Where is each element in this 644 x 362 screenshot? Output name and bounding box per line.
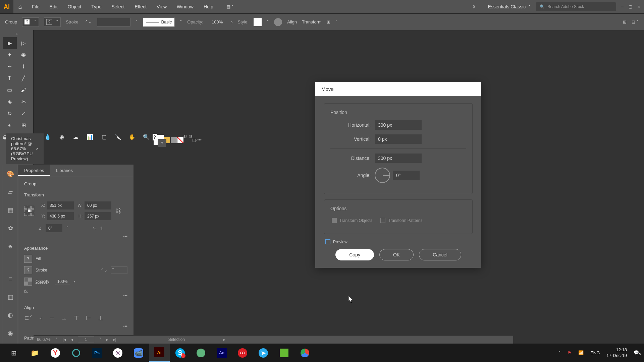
free-transform-tool[interactable]: ⊞ [17, 119, 31, 131]
photoshop-icon[interactable]: Ps [87, 344, 107, 362]
tray-chevron-icon[interactable]: ˄ [558, 350, 561, 355]
app-icon[interactable] [274, 344, 294, 362]
skype-icon[interactable]: S1 [170, 344, 191, 362]
menu-type[interactable]: Type [86, 0, 106, 13]
zoom-icon[interactable]: 📹 [128, 344, 149, 362]
fill-swatch[interactable]: ? [24, 255, 32, 263]
draw-mode-buttons[interactable] [164, 137, 183, 143]
angle-widget[interactable] [375, 168, 390, 183]
more-options-icon[interactable]: ••• [24, 234, 127, 239]
stroke-weight-stepper[interactable]: ⌃⌄ [85, 19, 92, 24]
maximize-icon[interactable]: ▢ [629, 4, 632, 9]
vertical-input[interactable] [375, 134, 422, 144]
link-wh-icon[interactable]: ⛓ [115, 207, 121, 215]
distance-input[interactable] [375, 154, 422, 163]
stroke-swatch[interactable]: ?˅ [44, 17, 61, 27]
preview-checkbox[interactable]: Preview [325, 239, 473, 244]
stroke-weight-stepper[interactable]: ⌃⌄ [101, 268, 107, 273]
align-hcenter-icon[interactable]: ⫟ [48, 314, 56, 322]
clock[interactable]: 12:18 17-Dec-19 [606, 347, 627, 359]
graph-tool[interactable]: 📊 [83, 131, 97, 143]
swatches-icon[interactable]: ▦ [6, 206, 15, 215]
menu-select[interactable]: Select [107, 0, 130, 13]
menu-edit[interactable]: Edit [45, 0, 63, 13]
ok-button[interactable]: OK [379, 249, 414, 260]
creative-cloud-icon[interactable]: ∞ [232, 344, 253, 362]
opacity-swatch[interactable] [24, 278, 32, 286]
artboard-tool[interactable]: ▢ [97, 131, 111, 143]
next-artboard-icon[interactable]: ▸ [106, 337, 108, 342]
menu-effect[interactable]: Effect [129, 0, 152, 13]
more-options-icon[interactable]: ••• [24, 294, 127, 298]
blend-tool[interactable]: ◉ [55, 131, 69, 143]
rotate-input[interactable] [46, 224, 62, 232]
align-bottom-icon[interactable]: ⊥ [97, 314, 105, 322]
opacity-label[interactable]: Opacity [36, 279, 49, 284]
zoom-level[interactable]: 66.67% [37, 337, 51, 342]
document-tab[interactable]: Christmas pattern* @ 66.67% (RGB/GPU Pre… [6, 133, 44, 164]
symbol-sprayer-tool[interactable]: ☁ [69, 131, 83, 143]
rectangle-tool[interactable]: ▭ [3, 84, 17, 96]
fill-stroke-swatch[interactable]: ? ? [153, 134, 164, 143]
chevron-down-icon[interactable]: ˅ [267, 19, 269, 24]
pen-tool[interactable]: ✒ [3, 61, 17, 72]
file-explorer-icon[interactable]: 📁 [24, 344, 45, 362]
after-effects-icon[interactable]: Ae [211, 344, 232, 362]
menu-window[interactable]: Window [172, 0, 199, 13]
color-guide-icon[interactable]: ▱ [6, 188, 15, 196]
atom-icon[interactable] [191, 344, 211, 362]
stroke-swatch[interactable]: ? [24, 266, 32, 274]
shaper-tool[interactable]: ◈ [3, 96, 17, 108]
align-right-icon[interactable]: ⫠ [60, 314, 68, 322]
type-tool[interactable]: T [3, 72, 17, 84]
isolate-icon[interactable]: ⊞ [327, 19, 330, 24]
cancel-button[interactable]: Cancel [419, 249, 461, 260]
rotate-tool[interactable]: ↻ [3, 108, 17, 119]
align-label[interactable]: Align [287, 19, 297, 24]
brushes-icon[interactable]: ✿ [6, 224, 15, 233]
screen-mode-buttons[interactable]: ◐◑ [183, 134, 192, 143]
stroke-weight-dropdown[interactable]: ˅ [111, 266, 127, 274]
last-artboard-icon[interactable]: ▸| [113, 337, 116, 342]
line-tool[interactable]: ╱ [17, 72, 31, 84]
align-to-icon[interactable]: ⊏˅ [24, 314, 32, 322]
search-help-icon[interactable]: ♀ [472, 3, 476, 10]
collapse-icon[interactable]: « [3, 32, 31, 36]
menu-object[interactable]: Object [63, 0, 86, 13]
align-vcenter-icon[interactable]: ⊢ [85, 314, 93, 322]
chevron-down-icon[interactable]: ˅ [180, 19, 182, 24]
illustrator-taskbar-icon[interactable]: Ai [149, 344, 170, 362]
arrange-docs-icon[interactable]: ▦ ˅ [227, 4, 233, 9]
more-options-icon[interactable]: ••• [24, 324, 127, 329]
lang-indicator[interactable]: ENG [590, 350, 600, 355]
hand-tool[interactable]: ✋ [125, 131, 139, 143]
prev-artboard-icon[interactable]: ◂ [71, 337, 73, 342]
magic-wand-tool[interactable]: ✦ [3, 49, 17, 61]
chevron-down-icon[interactable]: ˅ [136, 19, 138, 24]
chevron-right-icon[interactable]: › [73, 279, 75, 284]
chevron-right-icon[interactable]: › [231, 19, 232, 24]
search-stock-input[interactable]: 🔍 Search Adobe Stock [536, 2, 616, 11]
align-pixel-icon[interactable]: ⊞ [623, 19, 627, 24]
change-screen-mode[interactable]: ▢▫ [192, 138, 197, 143]
brush-definition[interactable]: Basic [143, 17, 175, 27]
first-artboard-icon[interactable]: |◂ [63, 337, 66, 342]
chevron-down-icon[interactable]: ˅ [56, 337, 58, 342]
eraser-tool[interactable]: ✂ [17, 96, 31, 108]
angle-input[interactable] [393, 171, 420, 180]
direct-selection-tool[interactable]: ▷ [17, 37, 31, 49]
reference-point-widget[interactable] [24, 206, 34, 216]
close-tab-icon[interactable]: × [36, 146, 39, 151]
fill-swatch[interactable]: ?˅ [22, 17, 39, 27]
flip-v-icon[interactable]: ⥮ [100, 226, 103, 231]
opacity-value[interactable]: 100% [55, 279, 70, 285]
chevron-down-icon[interactable]: ˅ [66, 226, 68, 231]
curvature-tool[interactable]: ⌇ [17, 61, 31, 72]
chrome-icon[interactable] [294, 344, 315, 362]
w-input[interactable] [85, 201, 111, 209]
y-input[interactable] [47, 212, 74, 220]
graphic-style-swatch[interactable] [254, 18, 262, 26]
symbols-icon[interactable]: ♣ [6, 242, 15, 251]
tray-notification-icon[interactable]: ⚑ [568, 350, 572, 355]
variable-width-profile[interactable] [97, 18, 130, 26]
